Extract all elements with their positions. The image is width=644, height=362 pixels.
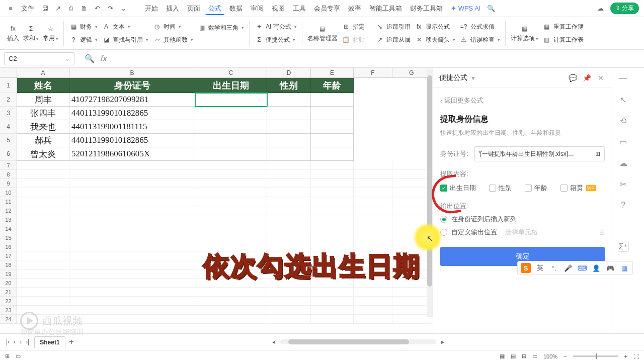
cloud-icon[interactable]: ☁: [595, 3, 606, 14]
cloud-sync-icon[interactable]: ☁: [618, 157, 629, 168]
cell-sex[interactable]: [267, 134, 311, 147]
ribbon-eval[interactable]: =?公式求值: [457, 21, 502, 32]
hscroll-left-icon[interactable]: ◂: [272, 338, 275, 345]
header-sex[interactable]: 性别: [267, 78, 311, 93]
col-header-G[interactable]: G: [392, 68, 431, 77]
row-num[interactable]: 16: [0, 242, 17, 251]
cell-sex[interactable]: [267, 120, 311, 134]
cell-id[interactable]: 410727198207099281: [69, 93, 195, 107]
range-picker-icon[interactable]: ⊞: [599, 229, 605, 236]
col-header-D[interactable]: D: [267, 68, 311, 77]
name-box[interactable]: C2 ⌄: [4, 52, 74, 65]
cell-id[interactable]: 440113199001181115: [69, 120, 195, 134]
col-header-E[interactable]: E: [311, 68, 354, 77]
ime-lang[interactable]: 英: [535, 263, 545, 273]
cell-name[interactable]: 张四丰: [17, 107, 69, 120]
cell-id[interactable]: 440113199010182865: [69, 107, 195, 120]
ribbon-quick-formula[interactable]: Σ便捷公式▾: [253, 34, 299, 45]
save-icon[interactable]: 🖫: [39, 3, 50, 14]
close-icon[interactable]: ✕: [596, 74, 606, 82]
ribbon-show-formula[interactable]: fx显示公式: [413, 21, 457, 32]
cell-age[interactable]: [311, 120, 354, 134]
ribbon-err-check[interactable]: ⚠错误检查▾: [457, 34, 502, 45]
menu-efficiency[interactable]: 效率: [345, 2, 364, 15]
cell-age[interactable]: [311, 147, 354, 161]
tab-next-icon[interactable]: ›: [19, 338, 23, 345]
header-age[interactable]: 年龄: [311, 78, 354, 93]
ime-toolbar[interactable]: S 英 °, 🎤 ⌨ 👤 🎮 ▦: [517, 261, 633, 275]
ime-mic-icon[interactable]: 🎤: [563, 263, 573, 273]
ime-logo-icon[interactable]: S: [521, 263, 531, 273]
print-icon[interactable]: ⎙: [65, 3, 76, 14]
check-origin[interactable]: 籍贯VIP: [560, 184, 596, 193]
menu-wps-ai[interactable]: ✦ WPS AI: [448, 3, 484, 14]
zoom-slider[interactable]: [573, 355, 618, 357]
zoom-in-icon[interactable]: +: [624, 353, 627, 359]
cell-sex[interactable]: [267, 107, 311, 120]
ribbon-time[interactable]: ◷时间▾: [150, 21, 195, 32]
fx-label[interactable]: fx: [101, 54, 107, 63]
chat-icon[interactable]: 💬: [568, 74, 578, 82]
row-num[interactable]: 24: [0, 315, 17, 324]
menu-review[interactable]: 审阅: [248, 2, 267, 15]
row-num[interactable]: 22: [0, 297, 17, 306]
row-num[interactable]: 9: [0, 179, 17, 188]
row-num[interactable]: 2: [0, 93, 17, 107]
ime-keyboard-icon[interactable]: ⌨: [577, 263, 587, 273]
fullscreen-icon[interactable]: ⛶: [633, 353, 639, 359]
cell-dob[interactable]: [195, 107, 267, 120]
undo-icon[interactable]: ↶: [92, 3, 103, 14]
menu-data[interactable]: 数据: [226, 2, 246, 15]
row-num[interactable]: 19: [0, 269, 17, 279]
tab-first-icon[interactable]: |‹: [5, 338, 11, 345]
cell-name[interactable]: 周丰: [17, 93, 69, 107]
row-num[interactable]: 7: [0, 161, 17, 170]
row-num[interactable]: 5: [0, 134, 17, 147]
zoom-value[interactable]: 100%: [543, 353, 557, 359]
cell-sex[interactable]: [267, 147, 311, 161]
row-num[interactable]: 4: [0, 120, 17, 134]
tab-prev-icon[interactable]: ‹: [13, 338, 17, 345]
row-num[interactable]: 3: [0, 107, 17, 120]
cell-id[interactable]: 52012119860610605X: [69, 147, 195, 161]
chevron-down-icon[interactable]: ⌄: [64, 55, 70, 62]
ribbon-name-mgr[interactable]: ▤名称管理器: [305, 23, 340, 44]
add-sheet-button[interactable]: +: [69, 337, 74, 346]
view-break-icon[interactable]: ⊟: [522, 353, 526, 359]
row-num[interactable]: 21: [0, 288, 17, 297]
app-menu-icon[interactable]: ≡: [5, 3, 16, 14]
ribbon-sum[interactable]: Σ求和▾: [21, 23, 41, 44]
hscroll-right-icon[interactable]: ▸: [441, 338, 444, 345]
view-normal-icon[interactable]: ▦: [500, 353, 505, 359]
row-num[interactable]: 14: [0, 224, 17, 233]
cell-name[interactable]: 曾太炎: [17, 147, 69, 161]
cell-age[interactable]: [311, 93, 354, 107]
share-button[interactable]: ⇧ 分享: [610, 3, 639, 14]
ribbon-trace-dep[interactable]: ↗追踪从属: [373, 34, 413, 45]
row-num[interactable]: 20: [0, 279, 17, 288]
row-num[interactable]: 13: [0, 215, 17, 224]
menu-page[interactable]: 页面: [184, 2, 203, 15]
radio-insert-after[interactable]: 在身份证列后插入新列: [440, 215, 605, 224]
cell-age[interactable]: [311, 134, 354, 147]
header-name[interactable]: 姓名: [17, 78, 69, 93]
ribbon-finance[interactable]: ▦财务▾: [67, 21, 100, 32]
ribbon-other[interactable]: ▱其他函数▾: [150, 34, 195, 45]
export-icon[interactable]: ↗: [52, 3, 63, 14]
radio-custom-pos[interactable]: 自定义输出位置 选择单元格 ⊞: [440, 228, 605, 237]
row-num[interactable]: 18: [0, 260, 17, 269]
row-num[interactable]: 8: [0, 170, 17, 179]
layout-icon[interactable]: ▭: [618, 136, 629, 147]
col-header-F[interactable]: F: [354, 68, 392, 77]
range-picker-icon[interactable]: ⊞: [595, 150, 600, 157]
tab-last-icon[interactable]: ›|: [25, 338, 30, 345]
row-num[interactable]: 23: [0, 306, 17, 315]
col-header-A[interactable]: A: [17, 68, 69, 77]
row-num[interactable]: 11: [0, 197, 17, 206]
id-range-input[interactable]: '[一键提取年龄出生日期性别.xlsx]Sheet1 ⊞: [474, 146, 605, 161]
pin-icon[interactable]: 📌: [582, 74, 592, 82]
ribbon-paste[interactable]: 📋粘贴: [340, 34, 367, 45]
ribbon-text[interactable]: A文本▾: [100, 21, 150, 32]
check-age[interactable]: 年龄: [525, 184, 547, 193]
ribbon-common[interactable]: ☆常用▾: [41, 23, 60, 44]
